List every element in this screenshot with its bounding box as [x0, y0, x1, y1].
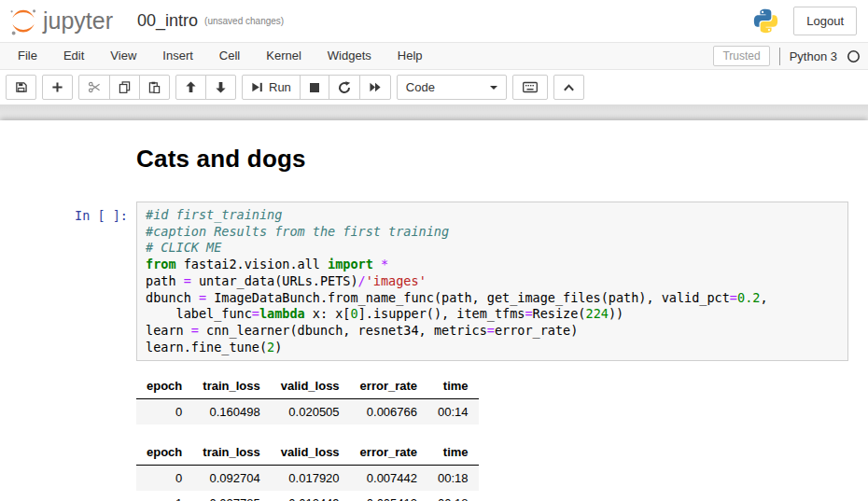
interrupt-kernel-button[interactable]	[300, 75, 329, 100]
keyboard-icon	[523, 81, 538, 93]
chevron-down-icon	[490, 86, 497, 90]
column-header: error_rate	[350, 439, 427, 466]
restart-kernel-button[interactable]	[329, 75, 360, 100]
cell-prompt: In [ ]:	[0, 202, 136, 361]
training-results-table-2: epochtrain_lossvalid_losserror_ratetime0…	[136, 439, 479, 501]
output-area: epochtrain_lossvalid_losserror_ratetime0…	[136, 361, 868, 501]
add-cell-button[interactable]	[42, 75, 73, 100]
python-logo-icon	[753, 8, 778, 34]
logo-text: jupyter	[43, 7, 113, 35]
copy-cell-button[interactable]	[109, 75, 140, 100]
notebook-title[interactable]: 00_intro	[137, 11, 198, 31]
jupyter-logo-icon	[7, 6, 39, 37]
training-results-table-1: epochtrain_lossvalid_losserror_ratetime0…	[136, 373, 479, 424]
code-editor[interactable]: #id first_training#caption Results from …	[136, 202, 848, 361]
logout-button[interactable]: Logout	[793, 7, 857, 35]
chevron-up-icon	[563, 83, 575, 92]
code-line: label_func=lambda x: x[0].isupper(), ite…	[146, 306, 839, 323]
menu-file[interactable]: File	[5, 43, 50, 69]
table-row: 00.1604980.0205050.00676600:14	[136, 399, 479, 425]
stop-icon	[309, 82, 320, 93]
code-line: #id first_training	[146, 207, 839, 224]
menu-view[interactable]: View	[97, 43, 149, 69]
jupyter-logo[interactable]: jupyter	[7, 6, 113, 37]
column-header: time	[427, 373, 479, 399]
menu-kernel[interactable]: Kernel	[253, 43, 315, 69]
trusted-badge[interactable]: Trusted	[713, 46, 769, 66]
paste-icon	[148, 81, 161, 93]
kernel-name: Python 3	[790, 49, 837, 63]
column-header: valid_loss	[271, 439, 350, 466]
move-cell-up-button[interactable]	[175, 75, 206, 100]
column-header: train_loss	[192, 373, 270, 399]
move-up-icon	[185, 81, 197, 93]
cut-cell-button[interactable]	[78, 75, 110, 100]
code-line: learn.fine_tune(2)	[146, 340, 839, 356]
markdown-cell[interactable]: Cats and dogs	[0, 126, 868, 174]
code-line: #caption Results from the first training	[146, 224, 839, 241]
add-cell-icon	[51, 81, 63, 93]
code-line: dbunch = ImageDataBunch.from_name_func(p…	[146, 290, 839, 307]
menu-cell[interactable]: Cell	[206, 43, 253, 69]
column-header: train_loss	[192, 439, 270, 466]
code-line: from fastai2.vision.all import *	[146, 257, 839, 273]
menu-widgets[interactable]: Widgets	[315, 43, 385, 69]
column-header: time	[427, 439, 479, 466]
move-down-icon	[215, 81, 227, 93]
copy-icon	[119, 81, 131, 93]
save-button[interactable]	[6, 75, 36, 100]
code-line: # CLICK ME	[146, 240, 839, 257]
save-status: (unsaved changes)	[204, 16, 284, 26]
move-cell-down-button[interactable]	[205, 75, 236, 100]
code-line: path = untar_data(URLs.PETS)/'images'	[146, 273, 839, 290]
run-icon	[251, 81, 263, 93]
column-header: epoch	[136, 439, 192, 466]
save-icon	[15, 81, 27, 93]
column-header: valid_loss	[271, 373, 350, 399]
table-row: 10.0277850.0124490.00541300:18	[136, 491, 479, 501]
menubar-divider	[779, 48, 780, 65]
markdown-heading: Cats and dogs	[136, 145, 848, 174]
paste-cell-button[interactable]	[139, 75, 170, 100]
table-row: 00.0927040.0179200.00744200:18	[136, 466, 479, 492]
restart-icon	[338, 81, 351, 94]
menu-edit[interactable]: Edit	[50, 43, 97, 69]
kernel-idle-icon	[847, 49, 861, 63]
notebook-area: Cats and dogs In [ ]: #id first_training…	[0, 120, 868, 501]
cut-icon	[88, 81, 101, 93]
cell-type-dropdown[interactable]: Code	[397, 75, 507, 100]
code-cell: In [ ]: #id first_training#caption Resul…	[0, 202, 868, 361]
run-button-label: Run	[269, 80, 291, 94]
code-line: learn = cnn_learner(dbunch, resnet34, me…	[146, 323, 839, 340]
run-cell-button[interactable]: Run	[242, 75, 301, 100]
menubar: FileEditViewInsertCellKernelWidgetsHelp …	[0, 42, 868, 70]
toolbar: Run Code	[0, 70, 868, 104]
header: jupyter 00_intro (unsaved changes) Logou…	[0, 0, 868, 42]
scroll-up-button[interactable]	[553, 75, 584, 100]
cell-type-value: Code	[406, 80, 435, 94]
page-background-band	[0, 104, 868, 120]
restart-run-all-icon	[369, 81, 382, 93]
restart-run-all-button[interactable]	[359, 75, 391, 100]
menu-insert[interactable]: Insert	[149, 43, 206, 69]
command-palette-button[interactable]	[512, 75, 548, 100]
column-header: error_rate	[350, 373, 427, 399]
menubar-items: FileEditViewInsertCellKernelWidgetsHelp	[5, 43, 436, 69]
menu-help[interactable]: Help	[385, 43, 436, 69]
column-header: epoch	[136, 373, 192, 399]
